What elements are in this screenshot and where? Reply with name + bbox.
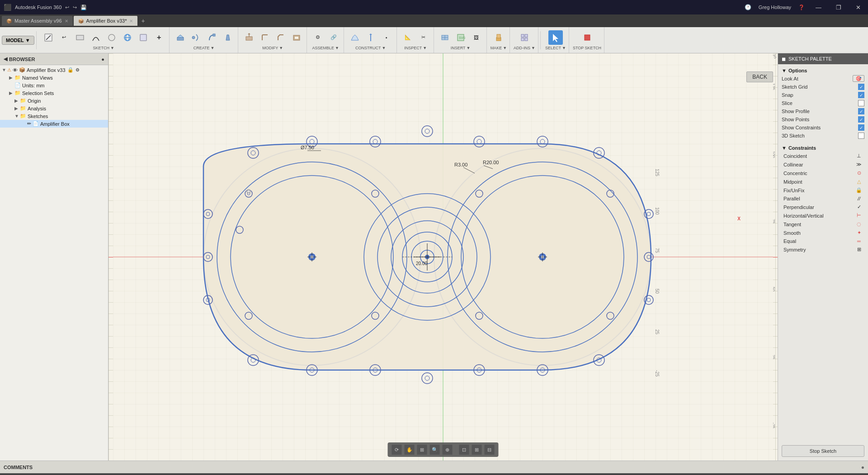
modify-label[interactable]: MODIFY▼ (262, 46, 283, 50)
addins-btn[interactable] (517, 30, 532, 45)
slice-checkbox[interactable] (858, 100, 864, 106)
create-revolve-btn[interactable] (189, 30, 203, 45)
sketch-globe-btn[interactable] (120, 30, 135, 45)
tree-item-origin[interactable]: ▶ 📁 Origin (0, 97, 108, 104)
construct-axis-btn[interactable] (363, 30, 378, 45)
select-label[interactable]: SELECT▼ (545, 46, 566, 50)
tree-item-root[interactable]: ▼ ⚠ 👁 📦 Amplifier Box v33 🔒 ⚙ (0, 66, 108, 74)
constraint-concentric[interactable]: Concentric ⊙ (782, 169, 864, 177)
toolbar-undo-global[interactable]: ↩ (65, 5, 69, 10)
insert-img-btn[interactable]: 🖼 (469, 30, 484, 45)
modify-chamfer-btn[interactable] (274, 30, 288, 45)
browser-collapse-icon[interactable]: ◀ (4, 56, 7, 62)
grid-settings-btn[interactable]: ⊞ (472, 444, 482, 455)
constraint-fix-unfix[interactable]: Fix/UnFix 🔒 (782, 186, 864, 195)
modify-fillet-btn[interactable] (258, 30, 272, 45)
tree-item-amplifier-box[interactable]: ▶ ✏ 📄 Amplifier Box (0, 120, 108, 128)
restore-btn[interactable]: ❐ (832, 3, 845, 12)
canvas-area[interactable]: 75 125 100 75 50 25 -25 (108, 53, 778, 461)
make-3dprint-btn[interactable] (491, 30, 506, 45)
tab-add-btn[interactable]: + (138, 17, 147, 24)
pan-btn[interactable]: ✋ (404, 444, 415, 455)
constraint-tangent[interactable]: Tangent ◌ (782, 220, 864, 228)
construct-label[interactable]: CONSTRUCT▼ (355, 46, 386, 50)
sketch-circle-btn[interactable] (104, 30, 119, 45)
help-icon[interactable]: ❓ (798, 5, 805, 10)
back-button[interactable]: BACK (746, 71, 773, 82)
sketch-3d-checkbox[interactable] (858, 133, 864, 139)
inspect-measure-btn[interactable]: 📐 (401, 30, 415, 45)
tree-item-analysis[interactable]: ▶ 📁 Analysis (0, 104, 108, 112)
model-dropdown[interactable]: MODEL ▼ (2, 36, 34, 45)
browser-settings-icon[interactable]: ● (101, 57, 104, 62)
assemble-label[interactable]: ASSEMBLE▼ (312, 46, 339, 50)
create-extrude-btn[interactable] (173, 30, 188, 45)
snap-checkbox[interactable]: ✓ (858, 92, 864, 98)
comments-expand-icon[interactable]: ● (861, 464, 864, 470)
options-section-title[interactable]: ▼ Options (782, 68, 864, 73)
tab-close-amplifier[interactable]: ✕ (129, 19, 133, 24)
stop-sketch-toolbar-label[interactable]: STOP SKETCH (573, 46, 601, 50)
app-logo[interactable]: ⬛ (4, 4, 11, 11)
addins-label[interactable]: ADD-INS▼ (514, 46, 535, 50)
construct-point-btn[interactable]: • (379, 30, 394, 45)
sketch-grid-checkbox[interactable]: ✓ (858, 84, 864, 90)
root-eye-icon[interactable]: 👁 (13, 67, 18, 73)
zoom-fit-btn[interactable]: ⊞ (417, 444, 428, 455)
orbit-btn[interactable]: ⟳ (392, 444, 402, 455)
tree-item-sketches[interactable]: ▼ 📁 Sketches (0, 112, 108, 120)
zoom-window-btn[interactable]: 🔍 (429, 444, 440, 455)
tree-item-units[interactable]: ▶ 📄 Units: mm (0, 81, 108, 89)
tab-close-master[interactable]: ✕ (65, 19, 68, 24)
display-settings-btn[interactable]: ⊡ (459, 444, 470, 455)
sketch-plus-btn[interactable]: + (152, 30, 166, 45)
construct-plane-btn[interactable] (348, 30, 362, 45)
constraint-collinear[interactable]: Collinear ≫ (782, 160, 864, 169)
constraint-perpendicular[interactable]: Perpendicular ✓ (782, 203, 864, 211)
tree-item-selection-sets[interactable]: ▶ 📁 Selection Sets (0, 89, 108, 97)
constraints-section-title[interactable]: ▼ Constraints (782, 145, 864, 151)
modify-press-pull-btn[interactable] (242, 30, 256, 45)
sketch-pencil-btn[interactable] (41, 30, 56, 45)
tab-master-assembly[interactable]: 📦 Master Assembly v96 ✕ (2, 16, 73, 26)
stop-sketch-palette-btn[interactable]: Stop Sketch (782, 445, 864, 457)
sketch-line-btn[interactable] (73, 30, 87, 45)
make-label[interactable]: MAKE▼ (491, 46, 507, 50)
zoom-magnify-btn[interactable]: ⊕ (442, 444, 453, 455)
constraint-smooth[interactable]: Smooth ✦ (782, 228, 864, 237)
sketch-new-btn[interactable] (136, 30, 151, 45)
root-gear-icon[interactable]: ⚙ (75, 67, 80, 72)
constraint-horizontal-vertical[interactable]: Horizontal/Vertical ⊢ (782, 211, 864, 220)
constraint-coincident[interactable]: Coincident ⊥ (782, 152, 864, 160)
constraint-midpoint[interactable]: Midpoint △ (782, 177, 864, 186)
create-loft-btn[interactable] (221, 30, 235, 45)
root-lock-icon[interactable]: 🔒 (67, 67, 74, 73)
sketch-undo-btn[interactable]: ↩ (57, 30, 71, 45)
sketch-label[interactable]: SKETCH▼ (93, 46, 114, 50)
insert-label[interactable]: INSERT▼ (451, 46, 471, 50)
show-constraints-checkbox[interactable]: ✓ (858, 124, 864, 131)
insert-mesh-btn[interactable] (438, 30, 452, 45)
show-profile-checkbox[interactable]: ✓ (858, 108, 864, 114)
create-sweep-btn[interactable] (205, 30, 219, 45)
tree-item-named-views[interactable]: ▶ 📁 Named Views (0, 74, 108, 81)
minimize-btn[interactable]: — (812, 3, 825, 12)
stop-sketch-toolbar-btn[interactable] (580, 30, 594, 45)
assemble-joint-btn[interactable]: ⚙ (311, 30, 325, 45)
insert-svg-btn[interactable]: SVG (453, 30, 468, 45)
inspect-label[interactable]: INSPECT▼ (404, 46, 427, 50)
create-label[interactable]: CREATE▼ (193, 46, 215, 50)
constraint-parallel[interactable]: Parallel // (782, 195, 864, 203)
select-btn[interactable] (548, 30, 563, 45)
viewcube-btn[interactable]: ⊟ (484, 444, 495, 455)
toolbar-redo-global[interactable]: ↪ (73, 5, 77, 10)
show-points-checkbox[interactable]: ✓ (858, 116, 864, 123)
save-btn[interactable]: 💾 (80, 5, 87, 10)
constraint-equal[interactable]: Equal ═ (782, 237, 864, 245)
assemble-rigid-btn[interactable]: 🔗 (326, 30, 341, 45)
sketch-arc-btn[interactable] (89, 30, 103, 45)
look-at-btn[interactable]: 🎯 (853, 75, 864, 82)
close-btn[interactable]: ✕ (852, 3, 864, 12)
inspect-section-btn[interactable]: ✂ (416, 30, 431, 45)
tab-amplifier-box[interactable]: 📦 Amplifier Box v33* ✕ (74, 16, 138, 26)
